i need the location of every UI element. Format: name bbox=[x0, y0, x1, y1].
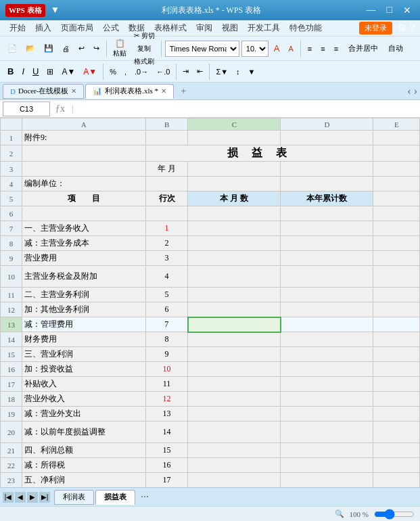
decimal-increase-btn[interactable]: .0→ bbox=[131, 63, 151, 81]
cell-E22[interactable] bbox=[373, 458, 420, 473]
cell-A15[interactable]: 三、营业利润 bbox=[22, 347, 145, 362]
menu-dev[interactable]: 开发工具 bbox=[243, 21, 284, 35]
cell-C20[interactable] bbox=[188, 422, 281, 443]
save-button[interactable]: 💾 bbox=[41, 40, 57, 58]
cell-C8[interactable] bbox=[188, 236, 281, 251]
cut-button[interactable]: ✂ 剪切 bbox=[131, 30, 158, 42]
cell-C13-selected[interactable] bbox=[188, 317, 281, 332]
cell-C12[interactable] bbox=[188, 302, 281, 317]
cell-B16[interactable]: 10 bbox=[145, 362, 188, 377]
redo-button[interactable]: ↪ bbox=[90, 40, 103, 58]
cell-C6[interactable] bbox=[188, 206, 281, 221]
font-shrink-btn[interactable]: A bbox=[285, 40, 296, 58]
cell-D3[interactable] bbox=[281, 162, 373, 177]
cell-C17[interactable] bbox=[188, 377, 281, 392]
menu-view[interactable]: 视图 bbox=[218, 21, 242, 35]
zoom-slider[interactable] bbox=[374, 511, 415, 518]
cell-D16[interactable] bbox=[281, 362, 373, 377]
cell-E3[interactable] bbox=[373, 162, 420, 177]
cell-ref-input[interactable] bbox=[3, 101, 50, 116]
cell-D17[interactable] bbox=[281, 377, 373, 392]
cell-A21[interactable]: 四、利润总额 bbox=[22, 443, 145, 458]
cell-C14[interactable] bbox=[188, 332, 281, 347]
cell-C23[interactable] bbox=[188, 473, 281, 488]
cell-B7[interactable]: 1 bbox=[145, 221, 188, 236]
cell-B13[interactable]: 7 bbox=[145, 317, 188, 332]
cell-A17[interactable]: 补贴收入 bbox=[22, 377, 145, 392]
cell-C5[interactable]: 本 月 数 bbox=[188, 191, 281, 206]
col-header-D[interactable]: D bbox=[281, 118, 373, 131]
cell-D22[interactable] bbox=[281, 458, 373, 473]
cell-A5[interactable]: 项 目 bbox=[22, 191, 145, 206]
login-button[interactable]: 未登录 bbox=[359, 22, 392, 35]
cell-E5[interactable] bbox=[373, 191, 420, 206]
menu-features[interactable]: 特色功能 bbox=[285, 21, 326, 35]
menu-start[interactable]: 开始 bbox=[5, 21, 30, 35]
cell-B6[interactable] bbox=[145, 206, 188, 221]
filter-btn[interactable]: ▼ bbox=[245, 63, 259, 81]
outdent-btn[interactable]: ⇤ bbox=[193, 63, 206, 81]
cell-A20[interactable]: 减：以前年度损益调整 bbox=[22, 422, 145, 443]
cell-D7[interactable] bbox=[281, 221, 373, 236]
cell-E17[interactable] bbox=[373, 377, 420, 392]
cell-C21[interactable] bbox=[188, 443, 281, 458]
font-size-select[interactable]: 10.5 bbox=[241, 41, 269, 57]
print-button[interactable]: 🖨 bbox=[59, 40, 73, 58]
underline-btn[interactable]: U bbox=[29, 63, 42, 81]
cell-D11[interactable] bbox=[281, 288, 373, 302]
cell-A10[interactable]: 主营业务税金及附加 bbox=[22, 266, 145, 288]
sheet-nav-prev[interactable]: ◀ bbox=[15, 492, 26, 503]
cell-E8[interactable] bbox=[373, 236, 420, 251]
cell-E14[interactable] bbox=[373, 332, 420, 347]
cell-B21[interactable]: 15 bbox=[145, 443, 188, 458]
cell-E15[interactable] bbox=[373, 347, 420, 362]
cell-C1[interactable] bbox=[188, 131, 281, 145]
font-color-btn[interactable]: A▼ bbox=[80, 63, 100, 81]
cell-B11[interactable]: 5 bbox=[145, 288, 188, 302]
cell-E12[interactable] bbox=[373, 302, 420, 317]
font-grow-btn[interactable]: A bbox=[271, 40, 283, 58]
cell-C22[interactable] bbox=[188, 458, 281, 473]
cell-A23[interactable]: 五、净利润 bbox=[22, 473, 145, 488]
cell-C7[interactable] bbox=[188, 221, 281, 236]
cell-E23[interactable] bbox=[373, 473, 420, 488]
cell-D23[interactable] bbox=[281, 473, 373, 488]
cell-B23[interactable]: 17 bbox=[145, 473, 188, 488]
cell-E11[interactable] bbox=[373, 288, 420, 302]
sheet-nav-first[interactable]: |◀ bbox=[3, 492, 14, 503]
col-header-C[interactable]: C bbox=[188, 118, 281, 131]
cell-D20[interactable] bbox=[281, 422, 373, 443]
cell-A9[interactable]: 营业费用 bbox=[22, 251, 145, 266]
cell-D14[interactable] bbox=[281, 332, 373, 347]
cell-B18[interactable]: 12 bbox=[145, 392, 188, 407]
cell-D12[interactable] bbox=[281, 302, 373, 317]
auto-wrap-btn[interactable]: 自动 bbox=[385, 40, 406, 58]
cell-B10[interactable]: 4 bbox=[145, 266, 188, 288]
cell-B5[interactable]: 行次 bbox=[145, 191, 188, 206]
cell-B3[interactable]: 年 月 bbox=[145, 162, 188, 177]
window-controls[interactable]: — □ ✕ bbox=[363, 3, 415, 18]
settings-icon[interactable]: ⚙ bbox=[398, 22, 406, 34]
cell-B19[interactable]: 13 bbox=[145, 407, 188, 422]
cell-A4[interactable]: 编制单位： bbox=[22, 177, 145, 191]
cell-A18[interactable]: 营业外收入 bbox=[22, 392, 145, 407]
cell-E13[interactable] bbox=[373, 317, 420, 332]
tab-profit-close[interactable]: ✕ bbox=[161, 87, 166, 95]
help-icon[interactable]: ? bbox=[411, 23, 415, 34]
formula-input[interactable] bbox=[77, 101, 417, 116]
menu-layout[interactable]: 页面布局 bbox=[57, 21, 97, 35]
cell-E20[interactable] bbox=[373, 422, 420, 443]
cell-E10[interactable] bbox=[373, 266, 420, 288]
cell-E7[interactable] bbox=[373, 221, 420, 236]
font-name-select[interactable]: Times New Roman bbox=[165, 41, 239, 57]
sheet-nav-next[interactable]: ▶ bbox=[27, 492, 38, 503]
cell-E2[interactable] bbox=[373, 145, 420, 162]
cell-B8[interactable]: 2 bbox=[145, 236, 188, 251]
menu-formula[interactable]: 公式 bbox=[99, 21, 123, 35]
num-format-btn[interactable]: % bbox=[106, 63, 120, 81]
cell-D15[interactable] bbox=[281, 347, 373, 362]
cell-E19[interactable] bbox=[373, 407, 420, 422]
cell-D5[interactable]: 本年累计数 bbox=[281, 191, 373, 206]
sum-btn[interactable]: Σ▼ bbox=[212, 63, 231, 81]
border-btn[interactable]: ⊞ bbox=[43, 63, 57, 81]
